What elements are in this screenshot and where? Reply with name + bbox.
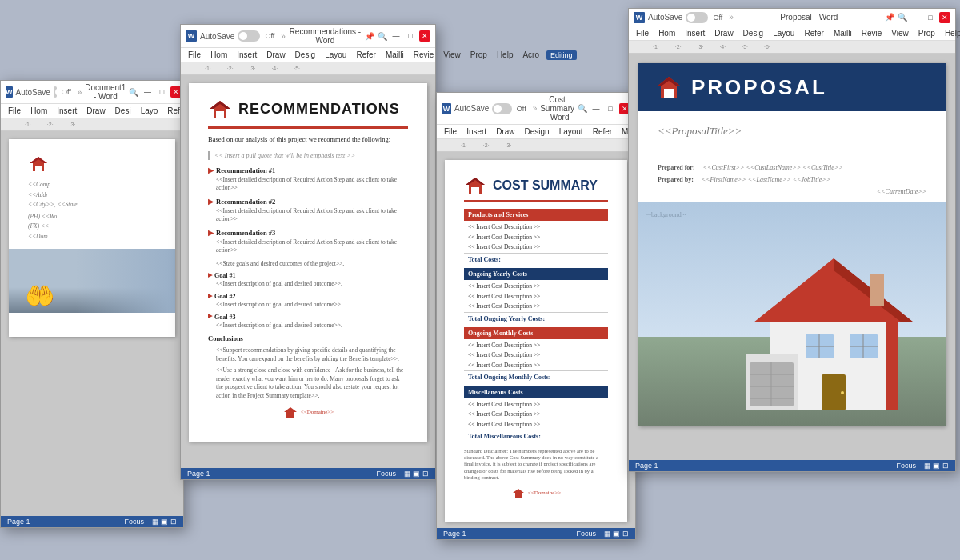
tab-draw-3[interactable]: Design [522,126,551,137]
tab-design-1[interactable]: Desi [113,106,134,116]
autosave-toggle-3[interactable] [492,103,511,114]
current-date-placeholder: <<CurrentDate>> [658,187,926,196]
tab-review-2[interactable]: Revie [411,50,437,60]
minimize-btn-2[interactable]: — [390,30,402,42]
autosave-toggle-1[interactable] [54,86,57,98]
tab-view-2[interactable]: View [441,50,463,60]
view-icons-1: ▦ ▣ ⊡ [152,518,177,526]
company-placeholder: <<Comp [28,181,156,190]
tab-home-3[interactable]: Insert [464,126,489,137]
tab-mail-4[interactable]: Mailli [831,28,854,38]
rec-arrow-1: ▶ [208,166,214,176]
tab-draw-1[interactable]: Draw [84,106,107,116]
tab-layout-2[interactable]: Layou [322,50,349,60]
tab-help-2[interactable]: Help [494,50,516,60]
search-icon-1[interactable]: 🔍 [129,88,138,97]
view-icons-3: ▦ ▣ ⊡ [604,530,629,538]
maximize-btn-2[interactable]: □ [405,30,416,42]
conclusion-1: <<Support recommendations by giving spec… [216,346,408,363]
word-window-cost-summary[interactable]: W AutoSave Off » Cost Summary - Word 🔍 —… [436,92,636,540]
tab-draw-2[interactable]: Draw [264,50,287,60]
svg-marker-6 [284,407,297,418]
tab-file-4[interactable]: File [634,28,651,38]
search-icon-3[interactable]: 🔍 [578,104,587,113]
tab-help-4[interactable]: Help [942,28,960,38]
tab-mail-2[interactable]: Mailli [383,50,406,60]
ribbon-4: File Hom Insert Draw Desig Layou Refer M… [629,26,955,41]
tab-insert-1[interactable]: Insert [54,106,79,116]
recommendation-2: ▶ Recommendation #2 <<Insert detailed de… [208,198,408,224]
search-icon-2[interactable]: 🔍 [378,32,387,41]
tab-acro-2[interactable]: Acro [520,50,542,60]
window-title-3: Cost Summary - Word [540,95,574,122]
cost-title-bar: COST SUMMARY [464,176,608,195]
cost-row-4-2: << Insert Cost Description >> [464,410,608,420]
tab-layout-1[interactable]: Layo [138,106,161,116]
tab-refer-3[interactable]: Refer [590,126,614,137]
word-logo-1: W [6,86,13,98]
close-btn-2[interactable]: ✕ [419,30,430,42]
rec-desc-3: <<Insert detailed description of Require… [216,238,408,255]
tab-layout-3[interactable]: Layout [557,126,586,137]
tab-refer-4[interactable]: Refer [802,28,826,38]
pin-icon-2[interactable]: 📌 [365,32,374,41]
tab-insert-4[interactable]: Insert [682,28,707,38]
window-controls-1: 🔍 — □ ✕ [129,86,182,98]
tab-insert-3[interactable]: Draw [494,126,517,137]
focus-label-4: Focus [896,462,916,470]
tab-home-2[interactable]: Hom [208,50,230,60]
tab-refer-2[interactable]: Refer [354,50,378,60]
tab-design-2[interactable]: Desig [293,50,318,60]
cost-logo-icon [464,176,486,195]
tab-home-1[interactable]: Hom [28,106,50,116]
conclusion-2: <<Use a strong close and close with conf… [216,366,408,400]
word-window-recommendations[interactable]: W AutoSave Off » Recommendations - Word … [180,24,436,480]
domaine-logo-cost: <<Domaine>> [464,488,608,499]
cost-row-1-1: << Insert Cost Description >> [464,222,608,233]
tab-file-2[interactable]: File [186,50,203,60]
maximize-btn-3[interactable]: □ [605,103,616,114]
page-indicator-3: Page 1 [443,530,466,538]
close-btn-4[interactable]: ✕ [939,12,950,23]
autosave-toggle-4[interactable] [686,12,708,23]
focus-label-2: Focus [376,470,396,478]
pin-icon-4[interactable]: 📌 [885,13,894,22]
search-icon-4[interactable]: 🔍 [898,13,907,22]
tab-file-3[interactable]: File [442,126,459,137]
svg-rect-9 [471,187,479,194]
proposal-logo-icon [654,75,683,99]
tab-file-1[interactable]: File [6,106,23,116]
maximize-btn-4[interactable]: □ [925,12,936,23]
fax-placeholder: (FX) << [28,222,156,231]
rec-arrow-3: ▶ [208,229,214,238]
view-icons-2: ▦ ▣ ⊡ [404,470,429,478]
doc-area-2: RECOMMENDATIONS Based on our analysis of… [181,75,435,468]
minimize-btn-3[interactable]: — [590,103,602,114]
cost-row-3-1: << Insert Cost Description >> [464,341,608,351]
tab-review-4[interactable]: Revie [859,28,885,38]
tab-prop-2[interactable]: Prop [468,50,490,60]
tab-insert-2[interactable]: Insert [234,50,259,60]
word-window-proposal[interactable]: W AutoSave Off » Proposal - Word 📌 🔍 — □… [628,8,956,472]
background-image-1: 🤲 [9,249,175,313]
maximize-btn-1[interactable]: □ [156,86,167,98]
focus-label-1: Focus [124,518,144,526]
domain-placeholder: <<Dom [28,233,156,242]
goal-3: ▶ Goal #3 <<Insert description of goal a… [208,313,408,330]
proposal-title-placeholder: <<ProposalTitle>> [658,124,926,138]
autosave-toggle-2[interactable] [238,30,260,42]
goal-desc-1: <<Insert description of goal and desired… [216,280,408,289]
tab-prop-4[interactable]: Prop [916,28,938,38]
minimize-btn-4[interactable]: — [910,12,922,23]
tab-view-4[interactable]: View [889,28,911,38]
tab-layout-4[interactable]: Layou [770,28,797,38]
tab-draw-4[interactable]: Draw [712,28,735,38]
minimize-btn-1[interactable]: — [142,86,153,98]
word-window-address[interactable]: W AutoSave Off » Document1 - Word 🔍 — □ … [0,80,184,528]
proposal-main-title: PROPOSAL [691,73,827,102]
tab-home-4[interactable]: Hom [656,28,678,38]
ruler-4: ·1··2··3··4··5··6· [629,41,955,54]
doc-area-3: COST SUMMARY Products and Services << In… [437,152,635,528]
tab-design-4[interactable]: Desig [741,28,766,38]
autosave-label-4: AutoSave [648,13,682,22]
